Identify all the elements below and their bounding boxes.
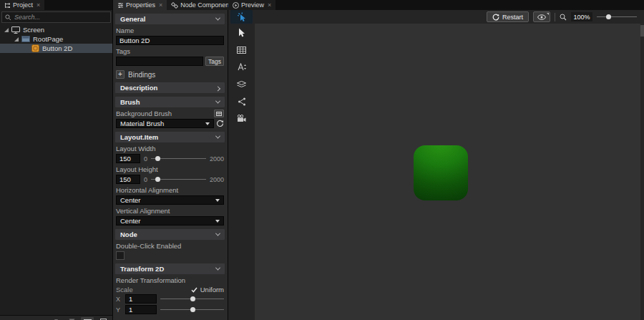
uniform-checkbox[interactable]: Uniform [191,286,224,294]
restart-icon [492,14,499,21]
filter-button[interactable] [65,317,78,320]
section-title: Brush [120,98,140,106]
tags-label: Tags [116,47,224,55]
search-input[interactable] [14,14,107,21]
text-debug-tool-button[interactable] [232,59,251,75]
dropdown-corner-icon [547,13,549,15]
tab-node-components-label: Node Components [180,1,234,9]
vertical-alignment-dropdown[interactable]: Center [116,216,224,226]
tab-project-label: Project [13,1,33,9]
preview-body: Restart 100% [228,10,644,320]
section-brush[interactable]: Brush [115,97,225,107]
background-brush-dropdown[interactable]: Material Brush [116,119,214,128]
add-binding-button[interactable] [116,70,125,79]
scale-y-row: Y 1 [116,305,224,314]
layout-width-slider[interactable] [151,154,206,163]
tab-project[interactable]: Project [0,0,44,10]
tree-item-label: Screen [23,26,44,34]
vertical-alignment-label: Vertical Alignment [116,207,224,215]
scale-x-value[interactable]: 1 [125,294,157,304]
chevron-right-icon [215,86,220,91]
scene-graph-tool-button[interactable] [232,93,251,110]
section-node[interactable]: Node [115,229,225,240]
chevron-down-icon [215,16,220,21]
tags-button[interactable]: Tags [205,57,224,66]
bindings-label: Bindings [128,71,155,79]
section-layout-item[interactable]: Layout.Item [115,132,225,142]
layout-height-row: 150 0 2000 [116,175,224,184]
scale-y-value[interactable]: 1 [125,305,157,314]
name-input[interactable] [116,36,224,45]
layout-width-value[interactable]: 150 [116,154,140,163]
tab-properties[interactable]: Properties [113,0,167,10]
preview-panel: Preview [228,0,644,320]
layout-height-value[interactable]: 150 [116,175,140,184]
slider-thumb[interactable] [155,177,160,182]
separator [555,13,555,21]
layout-height-slider[interactable] [151,175,206,184]
tree-item-button2d[interactable]: Button 2D [0,44,112,53]
grid-view-button[interactable] [81,317,94,320]
close-icon[interactable] [36,2,40,9]
visibility-filter-button[interactable] [49,317,62,320]
preview-tabbar: Preview [228,0,644,10]
project-tab-icon [4,2,11,9]
section-title: Layout.Item [120,133,158,141]
slider-thumb[interactable] [155,156,160,161]
layout-width-label: Layout Width [116,145,224,152]
restart-label: Restart [502,14,523,21]
axis-label: X [116,296,122,303]
select-tool-button[interactable] [232,24,251,41]
uniform-label: Uniform [200,286,224,294]
zoom-magnifier-icon [560,14,567,21]
section-title: Description [120,84,157,92]
slider-min-label: 0 [144,176,147,183]
caret-down-icon [205,122,210,125]
node-graph-icon [238,97,246,106]
project-tree: Screen RootPage Button 2D [0,25,112,315]
brush-library-button[interactable] [214,110,224,117]
expander-icon[interactable] [4,28,9,32]
close-icon[interactable] [159,2,162,9]
tree-item-screen[interactable]: Screen [0,25,112,34]
section-title: Node [120,231,137,238]
vertical-scrollbar[interactable] [640,24,644,320]
button-2d-preview[interactable] [414,145,468,200]
zoom-value[interactable]: 100% [571,12,592,21]
slider-thumb[interactable] [606,14,611,19]
tags-input[interactable] [116,57,203,66]
camera-tool-button[interactable] [232,110,251,127]
scrollbar-thumb[interactable] [640,25,644,37]
background-brush-label: Background Brush [116,110,172,117]
tab-preview[interactable]: Preview [228,0,275,10]
scale-y-slider[interactable] [160,305,224,314]
scale-label: Scale [116,286,133,294]
restart-button[interactable]: Restart [487,11,529,22]
grid-icon [237,47,246,54]
scale-x-row: X 1 [116,294,224,304]
font-size-icon [238,63,246,71]
double-click-enabled-checkbox[interactable] [116,251,125,260]
section-description[interactable]: Description [115,82,225,93]
section-transform-2d[interactable]: Transform 2D [115,263,225,274]
close-icon[interactable] [268,2,271,9]
interact-tool-button[interactable] [230,10,253,24]
layers-icon [237,81,246,88]
horizontal-alignment-dropdown[interactable]: Center [116,195,224,205]
close-box-button[interactable] [97,317,109,320]
chevron-down-icon [215,231,220,236]
slider-thumb[interactable] [190,307,195,312]
slider-thumb[interactable] [190,296,195,301]
revert-icon[interactable] [216,120,224,127]
eye-icon [537,14,546,20]
expander-icon[interactable] [14,37,19,42]
section-title: General [120,15,145,23]
wireframe-tool-button[interactable] [232,76,251,92]
grid-tool-button[interactable] [232,42,251,58]
visualization-button[interactable] [533,11,550,22]
scale-x-slider[interactable] [160,294,224,304]
zoom-slider[interactable] [597,12,637,21]
section-general[interactable]: General [115,14,225,24]
tree-item-rootpage[interactable]: RootPage [0,34,112,44]
tab-properties-label: Properties [126,1,155,9]
